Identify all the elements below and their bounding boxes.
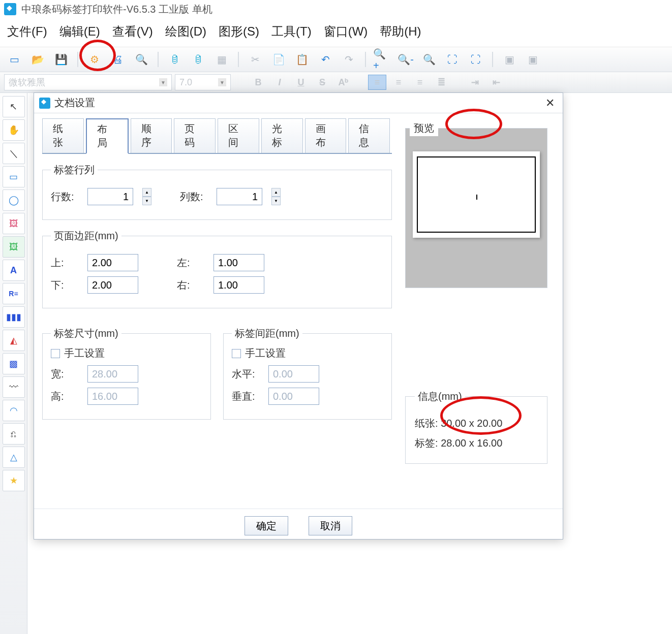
indent-dec-icon[interactable]: ⇤	[487, 75, 505, 90]
cancel-button[interactable]: 取消	[309, 516, 352, 535]
menu-shape[interactable]: 图形(S)	[219, 23, 259, 40]
triangle-tool-icon[interactable]: △	[3, 447, 25, 468]
font-size-select[interactable]: 7.0 ▼	[175, 74, 231, 90]
paste-icon[interactable]: 📋	[293, 50, 311, 69]
rows-spinner[interactable]: ▲ ▼	[142, 188, 151, 205]
menu-file[interactable]: 文件(F)	[7, 23, 47, 40]
fullscreen-icon[interactable]: ⛶	[467, 50, 485, 69]
dialog-icon	[39, 98, 50, 109]
align-group-icon[interactable]: ▣	[500, 50, 518, 69]
zoom-out-icon[interactable]: 🔍-	[396, 50, 415, 69]
separator	[365, 52, 366, 67]
margin-bottom-input[interactable]	[87, 276, 138, 294]
menu-tool[interactable]: 工具(T)	[271, 23, 312, 40]
menu-draw[interactable]: 绘图(D)	[165, 23, 206, 40]
italic-icon[interactable]: I	[270, 75, 289, 90]
grid-icon[interactable]: ▦	[212, 50, 231, 69]
save-icon[interactable]: 💾	[52, 50, 70, 69]
open-icon[interactable]: 📂	[28, 50, 47, 69]
database-refresh-icon[interactable]: 🛢	[189, 50, 207, 69]
star-tool-icon[interactable]: ★	[3, 470, 25, 491]
align-left-icon[interactable]: ≡	[368, 75, 386, 90]
shape-tool-icon[interactable]: ◭	[3, 330, 25, 351]
hand-tool-icon[interactable]: ✋	[3, 119, 25, 141]
gap-manual-checkbox[interactable]: 手工设置	[232, 346, 383, 360]
cols-down-icon[interactable]: ▼	[271, 197, 281, 205]
line-tool-icon[interactable]: ＼	[3, 143, 25, 164]
ok-button[interactable]: 确定	[245, 516, 288, 535]
indent-inc-icon[interactable]: ⇥	[466, 75, 484, 90]
ellipse-tool-icon[interactable]: ◯	[3, 189, 25, 211]
rows-down-icon[interactable]: ▼	[142, 197, 151, 205]
strike-icon[interactable]: S	[313, 75, 331, 90]
image2-tool-icon[interactable]: 🖼	[3, 236, 25, 258]
separator	[158, 52, 159, 67]
curve-tool-icon[interactable]: 〰	[3, 376, 25, 398]
tab-paper[interactable]: 纸张	[42, 118, 84, 153]
pointer-tool-icon[interactable]: ↖	[3, 96, 25, 117]
copy-icon[interactable]: 📄	[269, 50, 288, 69]
menu-help[interactable]: 帮助(H)	[380, 23, 421, 40]
align-group2-icon[interactable]: ▣	[524, 50, 542, 69]
tab-page[interactable]: 页码	[174, 118, 216, 153]
vgap-label: 垂直:	[232, 390, 259, 403]
tab-range[interactable]: 区间	[218, 118, 259, 153]
superscript-icon[interactable]: Aᵇ	[334, 75, 353, 90]
cols-spinner[interactable]: ▲ ▼	[271, 188, 281, 205]
cols-up-icon[interactable]: ▲	[271, 188, 281, 197]
hgap-input[interactable]	[268, 365, 319, 383]
roundrect-tool-icon[interactable]: ▭	[3, 166, 25, 187]
tab-cursor[interactable]: 光标	[261, 118, 303, 153]
zoom-in-icon[interactable]: 🔍+	[373, 50, 391, 69]
align-justify-icon[interactable]: ≣	[432, 75, 450, 90]
vgap-input[interactable]	[268, 388, 319, 405]
tab-info[interactable]: 信息	[348, 118, 390, 153]
print-preview-icon[interactable]: 🔍	[132, 50, 150, 69]
menu-edit[interactable]: 编辑(E)	[59, 23, 100, 40]
margin-top-input[interactable]	[87, 254, 138, 271]
close-button[interactable]: ✕	[542, 97, 558, 110]
text-tool-icon[interactable]: A	[3, 260, 25, 281]
rows-input[interactable]	[87, 188, 133, 205]
separator	[238, 52, 239, 67]
info-label-value: 28.00 x 16.00	[441, 437, 502, 449]
menu-view[interactable]: 查看(V)	[112, 23, 153, 40]
menu-window[interactable]: 窗口(W)	[324, 23, 368, 40]
margin-right-input[interactable]	[213, 276, 264, 294]
zoom-reset-icon[interactable]: 🔍	[420, 50, 438, 69]
cut-icon[interactable]: ✂	[246, 50, 264, 69]
menubar: 文件(F) 编辑(E) 查看(V) 绘图(D) 图形(S) 工具(T) 窗口(W…	[0, 18, 672, 47]
tab-layout[interactable]: 布局	[86, 118, 129, 154]
fit-screen-icon[interactable]: ⛶	[443, 50, 462, 69]
image-tool-icon[interactable]: 🖼	[3, 213, 25, 234]
richtext-tool-icon[interactable]: R≡	[3, 283, 25, 304]
align-center-icon[interactable]: ≡	[389, 75, 408, 90]
new-doc-icon[interactable]: ▭	[5, 50, 23, 69]
polyline-tool-icon[interactable]: ⎌	[3, 423, 25, 445]
underline-icon[interactable]: U	[292, 75, 310, 90]
app-title: 中琅条码标签打印软件-V6.5.3 工业版 单机	[21, 3, 212, 16]
redo-icon[interactable]: ↷	[340, 50, 358, 69]
bold-icon[interactable]: B	[249, 75, 267, 90]
dialog-titlebar: 文档设置 ✕	[34, 93, 563, 113]
settings-gear-icon[interactable]: ⚙	[85, 50, 104, 69]
width-input[interactable]	[87, 365, 138, 383]
database-icon[interactable]: 🛢	[166, 50, 184, 69]
rows-up-icon[interactable]: ▲	[142, 188, 151, 197]
qr-tool-icon[interactable]: ▩	[3, 353, 25, 374]
height-input[interactable]	[87, 388, 138, 405]
margin-left-input[interactable]	[213, 254, 264, 271]
group-margin: 页面边距(mm) 上: 左: 下: 右:	[42, 229, 392, 308]
undo-icon[interactable]: ↶	[316, 50, 334, 69]
cols-input[interactable]	[217, 188, 262, 205]
print-icon[interactable]: 🖨	[109, 50, 127, 69]
align-right-icon[interactable]: ≡	[411, 75, 429, 90]
group-gap: 标签间距(mm) 手工设置 水平: 垂直:	[223, 327, 392, 420]
font-name-select[interactable]: 微软雅黑 ▼	[4, 74, 172, 90]
margin-right-label: 右:	[177, 278, 204, 292]
tab-canvas[interactable]: 画布	[305, 118, 347, 153]
tab-order[interactable]: 顺序	[131, 118, 172, 153]
size-manual-checkbox[interactable]: 手工设置	[51, 346, 202, 360]
barcode-tool-icon[interactable]: ▮▮▮	[3, 306, 25, 328]
arc-tool-icon[interactable]: ◠	[3, 400, 25, 421]
